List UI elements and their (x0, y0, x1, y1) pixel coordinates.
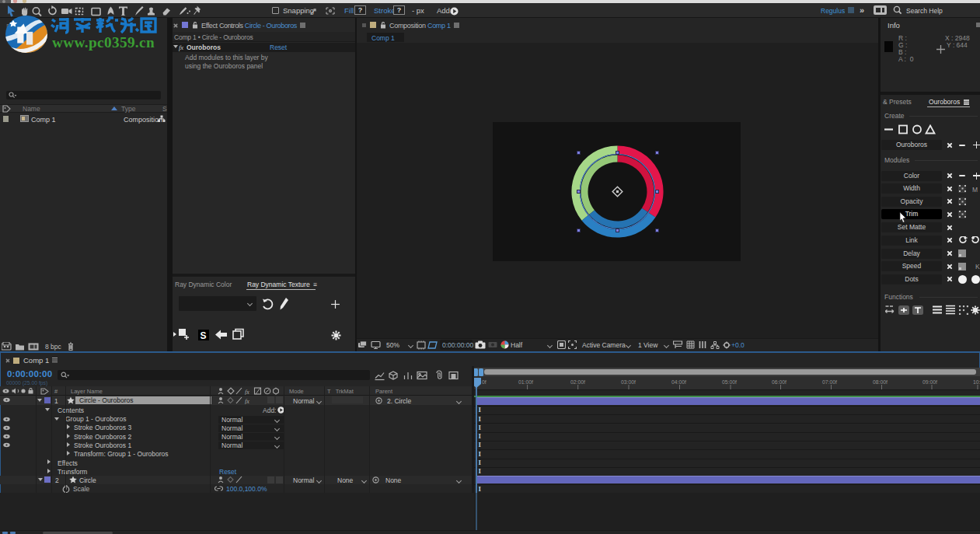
svg-text:S: S (201, 330, 207, 341)
svg-text:fx: fx (245, 398, 249, 405)
svg-text:fx: fx (245, 389, 249, 396)
